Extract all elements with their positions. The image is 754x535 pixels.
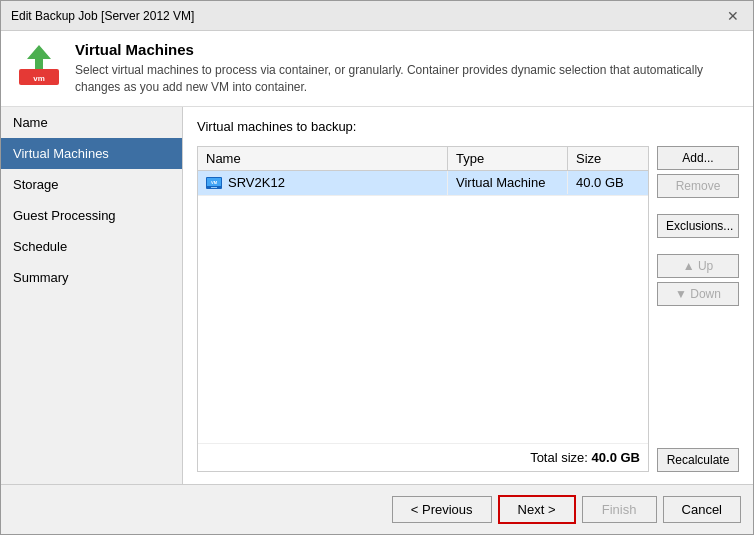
recalculate-button[interactable]: Recalculate (657, 448, 739, 472)
vm-row-icon: VM (206, 175, 222, 191)
total-size-value: 40.0 GB (592, 450, 640, 465)
col-size: Size (568, 147, 648, 170)
exclusions-button[interactable]: Exclusions... (657, 214, 739, 238)
close-button[interactable]: ✕ (723, 8, 743, 24)
table-row[interactable]: VM SRV2K12 Virtual Machine 40.0 GB (198, 171, 648, 196)
add-button[interactable]: Add... (657, 146, 739, 170)
svg-rect-5 (211, 187, 217, 188)
total-size-label: Total size: (530, 450, 588, 465)
vm-area: Name Type Size VM (197, 146, 739, 472)
sidebar-item-name[interactable]: Name (1, 107, 182, 138)
next-button[interactable]: Next > (498, 495, 576, 524)
header-title: Virtual Machines (75, 41, 739, 58)
title-bar: Edit Backup Job [Server 2012 VM] ✕ (1, 1, 753, 31)
svg-text:vm: vm (33, 74, 45, 83)
cell-name: VM SRV2K12 (198, 171, 448, 195)
header-section: vm Virtual Machines Select virtual machi… (1, 31, 753, 107)
up-button[interactable]: ▲ Up (657, 254, 739, 278)
previous-button[interactable]: < Previous (392, 496, 492, 523)
remove-button[interactable]: Remove (657, 174, 739, 198)
table-body: VM SRV2K12 Virtual Machine 40.0 GB (198, 171, 648, 443)
main-panel: Virtual machines to backup: Name Type Si… (183, 107, 753, 484)
sidebar-item-summary[interactable]: Summary (1, 262, 182, 293)
header-description: Select virtual machines to process via c… (75, 62, 739, 96)
svg-marker-0 (27, 45, 51, 73)
total-size-container: Total size: 40.0 GB (198, 443, 648, 471)
sidebar-item-virtual-machines[interactable]: Virtual Machines (1, 138, 182, 169)
table-action-buttons: Add... Remove Exclusions... ▲ Up ▼ Down … (657, 146, 739, 472)
up-arrow-icon: ▲ (683, 259, 695, 273)
sidebar-item-schedule[interactable]: Schedule (1, 231, 182, 262)
edit-backup-job-dialog: Edit Backup Job [Server 2012 VM] ✕ vm Vi… (0, 0, 754, 535)
footer: < Previous Next > Finish Cancel (1, 484, 753, 534)
content-area: Name Virtual Machines Storage Guest Proc… (1, 107, 753, 484)
vm-table: Name Type Size VM (197, 146, 649, 472)
table-header: Name Type Size (198, 147, 648, 171)
section-label: Virtual machines to backup: (197, 119, 739, 134)
col-name: Name (198, 147, 448, 170)
cancel-button[interactable]: Cancel (663, 496, 741, 523)
sidebar: Name Virtual Machines Storage Guest Proc… (1, 107, 183, 484)
svg-text:VM: VM (211, 180, 218, 185)
down-button[interactable]: ▼ Down (657, 282, 739, 306)
dialog-title: Edit Backup Job [Server 2012 VM] (11, 9, 194, 23)
header-text: Virtual Machines Select virtual machines… (75, 41, 739, 96)
sidebar-item-storage[interactable]: Storage (1, 169, 182, 200)
cell-size: 40.0 GB (568, 171, 648, 194)
virtual-machines-icon: vm (15, 41, 63, 89)
cell-type: Virtual Machine (448, 171, 568, 194)
finish-button[interactable]: Finish (582, 496, 657, 523)
down-arrow-icon: ▼ (675, 287, 687, 301)
sidebar-item-guest-processing[interactable]: Guest Processing (1, 200, 182, 231)
col-type: Type (448, 147, 568, 170)
